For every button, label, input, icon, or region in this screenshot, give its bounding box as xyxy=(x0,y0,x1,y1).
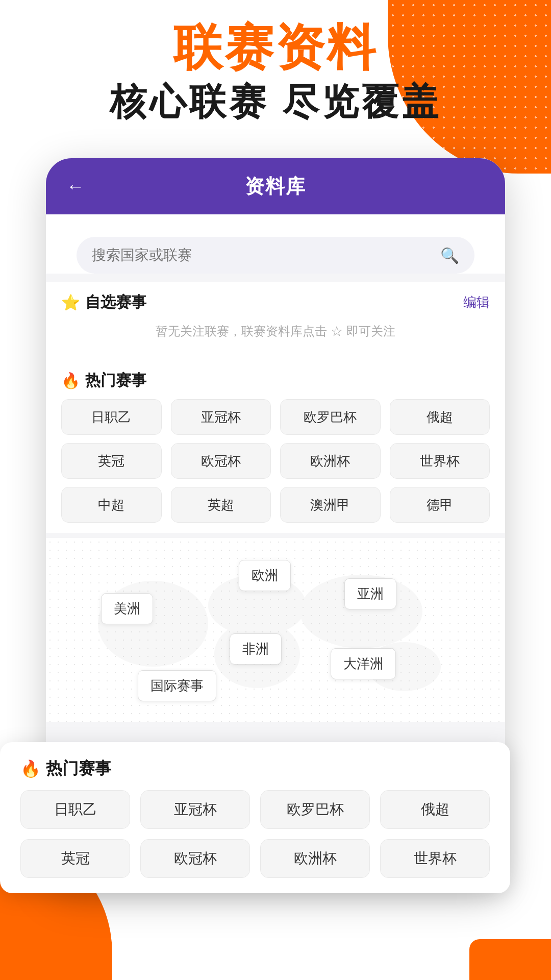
tag-世界杯[interactable]: 世界杯 xyxy=(390,443,490,479)
self-selected-section: ⭐ 自选赛事 编辑 暂无关注联赛，联赛资料库点击 ☆ 即可关注 xyxy=(46,282,505,360)
search-icon: 🔍 xyxy=(440,247,459,264)
tag-俄超[interactable]: 俄超 xyxy=(390,399,490,435)
app-title: 资料库 xyxy=(245,174,306,200)
tag-欧罗巴杯[interactable]: 欧罗巴杯 xyxy=(280,399,381,435)
region-international[interactable]: 国际赛事 xyxy=(138,670,216,701)
back-button[interactable]: ← xyxy=(66,176,85,197)
floating-section-title: 🔥 热门赛事 xyxy=(20,757,490,780)
tag-德甲[interactable]: 德甲 xyxy=(390,487,490,523)
floating-fire-icon: 🔥 xyxy=(20,759,41,778)
tag-英冠[interactable]: 英冠 xyxy=(61,443,162,479)
hot-tags-row2: 英冠 欧冠杯 欧洲杯 世界杯 xyxy=(61,443,490,479)
scroll-area[interactable]: 🔍 ⭐ 自选赛事 编辑 暂无关注联赛，联赛资料库点击 ☆ 即可关注 xyxy=(46,214,505,722)
ftag-俄超[interactable]: 俄超 xyxy=(380,790,490,829)
tag-中超[interactable]: 中超 xyxy=(61,487,162,523)
tag-亚冠杯[interactable]: 亚冠杯 xyxy=(171,399,271,435)
ftag-欧罗巴杯[interactable]: 欧罗巴杯 xyxy=(260,790,370,829)
ftag-英冠[interactable]: 英冠 xyxy=(20,839,130,878)
main-title: 联赛资料 xyxy=(20,20,531,75)
hot-tags-row1: 日职乙 亚冠杯 欧罗巴杯 俄超 xyxy=(61,399,490,435)
header-area: 联赛资料 核心联赛 尽览覆盖 xyxy=(0,20,551,124)
hot-section-title: 🔥 热门赛事 xyxy=(61,370,490,391)
sub-title: 核心联赛 尽览覆盖 xyxy=(20,80,531,124)
star-icon: ⭐ xyxy=(61,293,80,311)
tag-欧洲杯[interactable]: 欧洲杯 xyxy=(280,443,381,479)
hot-section: 🔥 热门赛事 日职乙 亚冠杯 欧罗巴杯 俄超 英冠 欧冠杯 欧洲杯 世界杯 xyxy=(46,360,505,533)
fire-icon: 🔥 xyxy=(61,372,80,389)
region-americas[interactable]: 美洲 xyxy=(101,593,153,624)
ftag-世界杯[interactable]: 世界杯 xyxy=(380,839,490,878)
self-selected-title: ⭐ 自选赛事 xyxy=(61,292,146,313)
ftag-亚冠杯[interactable]: 亚冠杯 xyxy=(140,790,250,829)
region-asia[interactable]: 亚洲 xyxy=(344,578,396,609)
edit-button[interactable]: 编辑 xyxy=(463,293,490,311)
search-input[interactable] xyxy=(92,247,440,263)
world-map-section: 美洲 欧洲 亚洲 非洲 大洋洲 国际赛事 xyxy=(46,538,505,722)
ftag-欧洲杯[interactable]: 欧洲杯 xyxy=(260,839,370,878)
tag-欧冠杯[interactable]: 欧冠杯 xyxy=(171,443,271,479)
region-oceania[interactable]: 大洋洲 xyxy=(331,648,396,679)
ftag-欧冠杯[interactable]: 欧冠杯 xyxy=(140,839,250,878)
region-africa[interactable]: 非洲 xyxy=(230,633,282,665)
hot-tags-row3: 中超 英超 澳洲甲 德甲 xyxy=(61,487,490,523)
region-europe[interactable]: 欧洲 xyxy=(239,560,291,591)
bg-bottom-right-decoration xyxy=(469,939,551,980)
tag-澳洲甲[interactable]: 澳洲甲 xyxy=(280,487,381,523)
floating-tags-row2: 英冠 欧冠杯 欧洲杯 世界杯 xyxy=(20,839,490,878)
empty-hint: 暂无关注联赛，联赛资料库点击 ☆ 即可关注 xyxy=(61,318,490,350)
app-header: ← 资料库 xyxy=(46,158,505,214)
floating-tags-row1: 日职乙 亚冠杯 欧罗巴杯 俄超 xyxy=(20,790,490,829)
tag-日职乙[interactable]: 日职乙 xyxy=(61,399,162,435)
ftag-日职乙[interactable]: 日职乙 xyxy=(20,790,130,829)
self-selected-header: ⭐ 自选赛事 编辑 xyxy=(61,292,490,313)
tag-英超[interactable]: 英超 xyxy=(171,487,271,523)
floating-hot-card: 🔥 热门赛事 日职乙 亚冠杯 欧罗巴杯 俄超 英冠 欧冠杯 欧洲杯 世界杯 xyxy=(0,742,510,893)
search-bar[interactable]: 🔍 xyxy=(77,237,474,274)
